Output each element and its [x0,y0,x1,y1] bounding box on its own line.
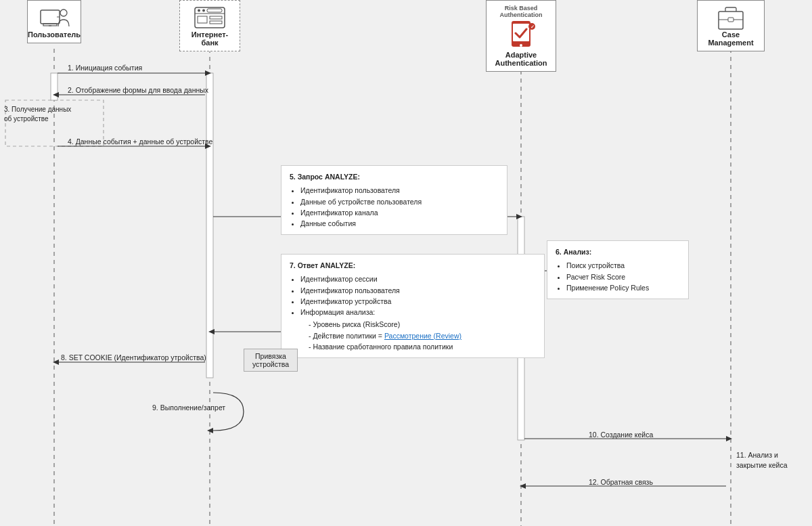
svg-marker-24 [520,483,526,489]
sequence-diagram: Пользователь Интернет-банк Risk BasedAut… [0,0,812,526]
analyze-item-2: Данные об устройстве пользователя [300,196,499,207]
svg-rect-37 [198,16,207,23]
svg-rect-39 [210,21,222,24]
response-item-3: Идентификатор устройства [300,296,536,307]
response-item-2: Идентификатор пользователя [300,285,536,296]
msg1-label: 1. Инициация события [68,64,142,72]
bank-label: Интернет-банк [185,30,234,47]
svg-rect-38 [210,16,222,19]
response-subitems: - Уровень риска (RiskScore) - Действие п… [309,319,536,352]
svg-rect-6 [51,73,58,100]
svg-marker-22 [726,436,732,441]
analysis-item-1: Поиск устройства [566,260,680,271]
case-label: Case Management [703,30,759,47]
svg-rect-47 [728,18,734,22]
svg-text:✓: ✓ [531,24,535,29]
adaptive-label: Adaptive Authentication [492,51,550,67]
adaptive-head: Risk BasedAuthentication ✓ Adaptive Auth… [486,0,556,72]
bank-head: Интернет-банк [179,0,240,51]
analysis-box: 6. Анализ: Поиск устройства Расчет Risk … [547,240,689,299]
adaptive-icon: ✓ [506,20,536,49]
svg-point-35 [202,9,205,12]
step3-label: 3. Получение данных об устройстве [4,105,97,124]
msg4-label: 4. Данные события + данные об устройстве [68,137,212,146]
msg8-label: 8. SET COOKIE (Идентификатор утройства) [61,353,206,361]
svg-marker-9 [205,70,211,76]
svg-marker-17 [208,329,215,334]
actor-case: Case Management [697,0,765,51]
user-icon [38,5,70,30]
analysis-item-2: Расчет Risk Score [566,271,680,282]
msg11-label: 11. Анализ изакрытие кейса [736,450,804,470]
review-link: Рассмотрение (Review) [384,332,461,340]
case-head: Case Management [697,0,765,51]
analyze-item-3: Идентификатор канала [300,207,499,218]
analyze-request-box: 5. Запрос ANALYZE: Идентификатор пользов… [281,165,508,235]
response-item-4: Информация анализа: [300,307,536,317]
svg-marker-15 [516,214,522,219]
svg-rect-27 [41,10,60,24]
actor-user: Пользователь [30,0,78,43]
user-head: Пользователь [27,0,81,43]
adaptive-sublabel: Risk BasedAuthentication [500,5,543,18]
analyze-item-1: Идентификатор пользователя [300,185,499,196]
svg-marker-20 [207,428,213,433]
bank-icon [194,5,226,30]
case-icon [715,5,747,30]
analyze-response-title: 7. Ответ ANALYZE: [290,260,536,271]
msg10-label: 10. Создание кейса [589,431,653,439]
user-label: Пользователь [28,30,81,39]
actor-bank: Интернет-банк [179,0,240,51]
svg-point-34 [198,9,200,12]
svg-rect-36 [207,9,222,12]
analyze-item-4: Данные события [300,218,499,229]
svg-rect-5 [206,73,213,378]
svg-marker-11 [53,92,59,97]
msg12-label: 12. Обратная связь [589,478,653,486]
actor-adaptive: Risk BasedAuthentication ✓ Adaptive Auth… [486,0,556,72]
analyze-request-title: 5. Запрос ANALYZE: [290,171,499,182]
analysis-item-3: Применение Policy Rules [566,282,680,293]
response-item-1: Идентификатор сессии [300,273,536,284]
svg-point-30 [60,9,67,16]
analysis-title: 6. Анализ: [556,246,680,257]
analyze-response-box: 7. Ответ ANALYZE: Идентификатор сессии И… [281,254,545,358]
bind-device-box: Привязкаустройства [244,349,298,372]
svg-point-42 [520,44,522,47]
msg9-label: 9. Выполнение/запрет [152,403,225,412]
msg2-label: 2. Отображение формы для ввода данных [68,86,208,94]
svg-marker-19 [53,359,59,365]
